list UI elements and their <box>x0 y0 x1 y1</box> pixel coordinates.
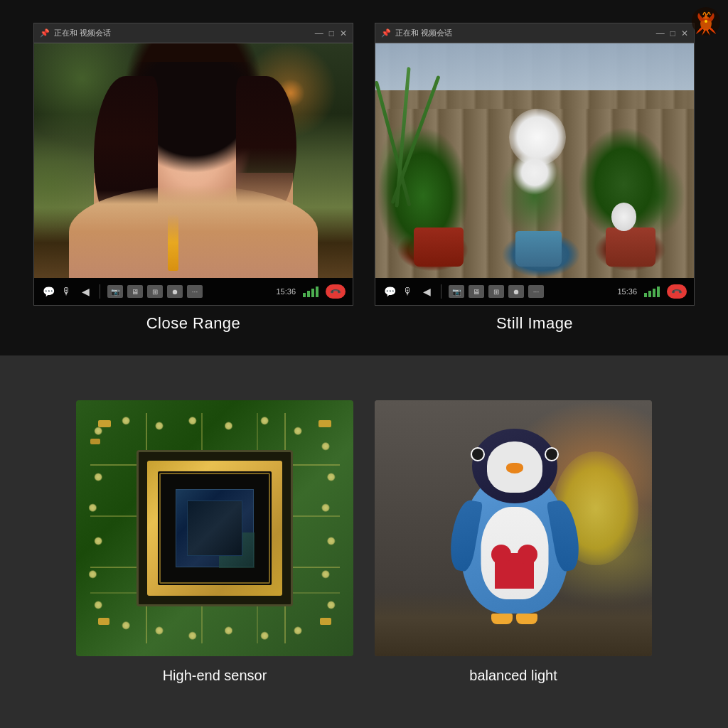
more-icon-box-2[interactable]: ··· <box>528 285 544 298</box>
close-range-window: 📌 正在和 视频会话 — □ ✕ <box>33 23 353 306</box>
still-image-window: 📌 正在和 视频会话 — □ ✕ <box>375 23 695 306</box>
pot-left <box>414 228 464 267</box>
still-overlay <box>375 43 694 278</box>
camera-icon-2: 📷 <box>452 288 461 296</box>
bottom-section: High-end sensor <box>0 355 728 728</box>
camera-icon-box[interactable]: 📷 <box>107 285 123 298</box>
component-3 <box>318 420 331 427</box>
signal-bar-r4 <box>657 287 660 297</box>
grid-icon-box[interactable]: ⊞ <box>147 285 163 298</box>
phoenix-icon <box>690 6 722 38</box>
penguin-heart-container <box>495 553 534 589</box>
record-icon-box-2[interactable]: ⏺ <box>508 285 524 298</box>
sensor-inner <box>187 500 242 556</box>
still-image-caption: Still Image <box>496 314 573 333</box>
svg-point-2 <box>705 20 707 23</box>
more-icon-box[interactable]: ··· <box>187 285 203 298</box>
heart-right-bump <box>518 545 537 564</box>
signal-bar-2 <box>307 291 310 297</box>
pot-right <box>606 228 655 267</box>
signal-bar-4 <box>316 287 318 297</box>
signal-bar-r2 <box>648 291 651 297</box>
still-image-titlebar: 📌 正在和 视频会话 — □ ✕ <box>375 23 694 43</box>
signal-bar-r3 <box>653 289 655 297</box>
close-range-caption: Close Range <box>146 314 241 333</box>
still-image-video <box>375 43 694 278</box>
pot-center <box>515 231 562 267</box>
back-icon-2[interactable]: ◀ <box>419 286 434 297</box>
maximize-icon-2[interactable]: □ <box>670 28 675 38</box>
more-icon: ··· <box>192 288 198 296</box>
minimize-icon[interactable]: — <box>315 28 323 38</box>
chat-icon-2[interactable]: 💬 <box>382 286 397 297</box>
record-icon-box[interactable]: ⏺ <box>167 285 183 298</box>
screen-share-icon: 🖥 <box>132 288 139 296</box>
signal-bar-r1 <box>644 293 647 297</box>
component-2 <box>90 439 100 444</box>
toolbar-sep-2 <box>441 284 441 299</box>
penguin-foot-right <box>516 614 537 624</box>
title-pin-icon-2: 📌 <box>381 28 391 38</box>
portrait-overlay <box>34 43 353 278</box>
signal-bar-3 <box>311 289 314 297</box>
penguin-heart <box>495 553 534 589</box>
screen-share-icon-2: 🖥 <box>473 288 480 296</box>
toolbar-time-left: 15:36 <box>276 287 296 296</box>
end-call-icon-2: 📞 <box>671 286 682 297</box>
still-image-card: 📌 正在和 视频会话 — □ ✕ <box>375 23 695 333</box>
close-range-video <box>34 43 353 278</box>
heart-left-bump <box>491 545 511 564</box>
toolbar-time-right: 15:36 <box>617 287 637 296</box>
signal-indicator-2 <box>644 287 660 297</box>
sensor-image <box>76 400 353 656</box>
penguin-assembly <box>451 429 579 614</box>
top-section: 📌 正在和 视频会话 — □ ✕ <box>0 0 728 355</box>
toolbar-sep-1 <box>100 284 100 299</box>
screen-icon-box[interactable]: 🖥 <box>127 285 143 298</box>
strap <box>168 214 178 271</box>
shoulders <box>69 186 318 278</box>
component-5 <box>320 618 331 625</box>
camera-icon-box-2[interactable]: 📷 <box>449 285 464 298</box>
back-icon[interactable]: ◀ <box>78 286 92 297</box>
component-1 <box>98 420 111 427</box>
close-range-window-title: 正在和 视频会话 <box>54 28 111 38</box>
close-range-title: 📌 正在和 视频会话 <box>40 28 111 38</box>
still-image-window-title: 正在和 视频会话 <box>395 28 452 38</box>
penguin-beak <box>506 463 523 473</box>
phoenix-logo <box>690 6 722 41</box>
close-icon[interactable]: ✕ <box>340 28 347 38</box>
penguin-card: balanced light <box>375 400 652 684</box>
record-icon-2: ⏺ <box>513 288 520 296</box>
still-image-toolbar: 💬 🎙 ◀ 📷 🖥 ⊞ ⏺ ··· 15:36 📞 <box>375 278 694 305</box>
mic-icon-2[interactable]: 🎙 <box>401 286 415 297</box>
close-range-card: 📌 正在和 视频会话 — □ ✕ <box>33 23 353 333</box>
signal-bar-1 <box>303 293 306 297</box>
screen-icon-box-2[interactable]: 🖥 <box>469 285 484 298</box>
penguin-bg <box>375 400 652 656</box>
chip-sensor-core <box>176 489 254 567</box>
minimize-icon-2[interactable]: — <box>656 28 665 38</box>
penguin-eye-left <box>472 449 483 460</box>
grid-icon: ⊞ <box>152 288 158 296</box>
penguin-foot-left <box>491 614 513 624</box>
end-call-button-2[interactable]: 📞 <box>667 284 687 299</box>
still-image-controls: — □ ✕ <box>656 28 688 38</box>
grid-icon-2: ⊞ <box>493 288 499 296</box>
close-icon-2[interactable]: ✕ <box>681 28 688 38</box>
title-pin-icon: 📌 <box>40 28 50 38</box>
close-range-titlebar: 📌 正在和 视频会话 — □ ✕ <box>34 23 353 43</box>
close-range-toolbar: 💬 🎙 ◀ 📷 🖥 ⊞ ⏺ ··· 15:36 📞 <box>34 278 353 305</box>
close-range-controls: — □ ✕ <box>315 28 347 38</box>
grid-icon-box-2[interactable]: ⊞ <box>488 285 504 298</box>
maximize-icon[interactable]: □ <box>329 28 334 38</box>
mic-icon[interactable]: 🎙 <box>60 286 74 297</box>
camera-icon: 📷 <box>111 288 119 296</box>
signal-indicator <box>303 287 318 297</box>
more-icon-2: ··· <box>533 288 539 296</box>
white-flower <box>509 109 566 166</box>
end-call-button[interactable]: 📞 <box>326 284 346 299</box>
sky <box>375 43 694 90</box>
chat-icon[interactable]: 💬 <box>41 286 55 297</box>
penguin-caption: balanced light <box>469 668 557 684</box>
